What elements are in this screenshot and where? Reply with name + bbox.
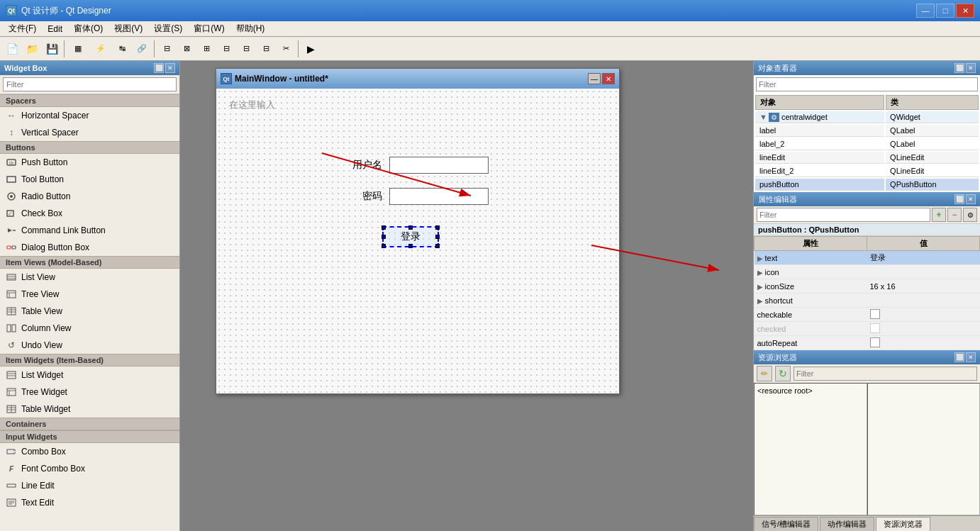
handle-bl[interactable] — [382, 244, 386, 248]
widget-item-list-view[interactable]: List View — [0, 269, 179, 286]
widget-item-check-box[interactable]: ✓ Check Box — [0, 205, 179, 222]
tab-resource-browser[interactable]: 资源浏览器 — [876, 517, 930, 531]
edit-buddy-button[interactable]: 🔗 — [133, 40, 151, 58]
widget-item-line-edit[interactable]: Line Edit — [0, 477, 179, 494]
layout-hsplit-button[interactable]: ⊟ — [237, 40, 255, 58]
group-item-views[interactable]: Item Views (Model-Based) — [0, 256, 179, 269]
sim-minimize-button[interactable]: — — [588, 73, 601, 84]
handle-br[interactable] — [435, 244, 440, 248]
widget-item-vertical-spacer[interactable]: ↕ Vertical Spacer — [0, 124, 179, 141]
widget-item-command-link-button[interactable]: Command Link Button — [0, 222, 179, 239]
layout-v-button[interactable]: ⊠ — [177, 40, 196, 58]
handle-mr[interactable] — [435, 235, 440, 239]
group-spacers[interactable]: Spacers — [0, 94, 179, 107]
checkable-checkbox[interactable] — [870, 309, 880, 319]
close-button[interactable]: ✕ — [956, 4, 974, 18]
sim-close-button[interactable]: ✕ — [602, 73, 615, 84]
obj-row-lineedit[interactable]: lineEdit QLineEdit — [755, 152, 979, 164]
group-buttons[interactable]: Buttons — [0, 141, 179, 154]
obj-row-label2[interactable]: label_2 QLabel — [755, 138, 979, 150]
prop-editor-close-button[interactable]: ✕ — [966, 194, 976, 204]
edit-widget-button[interactable]: ▦ — [67, 40, 89, 58]
autorepeat-checkbox[interactable] — [870, 337, 880, 347]
widget-item-horizontal-spacer[interactable]: ↔ Horizontal Spacer — [0, 107, 179, 124]
obj-row-pushbutton[interactable]: pushButton QPushButton — [755, 179, 979, 191]
preview-button[interactable]: ▶ — [301, 40, 320, 58]
obj-inspector-float-button[interactable]: ⬜ — [954, 63, 964, 73]
widget-item-font-combo-box[interactable]: F Font Combo Box — [0, 460, 179, 477]
widget-item-tree-view[interactable]: Tree View — [0, 286, 179, 303]
tab-action-editor[interactable]: 动作编辑器 — [820, 517, 874, 531]
tab-signal-slot-editor[interactable]: 信号/槽编辑器 — [754, 517, 818, 531]
widget-box-float-button[interactable]: ⬜ — [154, 63, 164, 73]
widget-item-table-view[interactable]: Table View — [0, 303, 179, 320]
menu-file[interactable]: 文件(F) — [3, 21, 42, 36]
new-button[interactable]: 📄 — [3, 40, 21, 58]
handle-tm[interactable] — [408, 225, 413, 230]
group-containers[interactable]: Containers — [0, 418, 179, 430]
menu-window[interactable]: 窗口(W) — [188, 21, 230, 36]
widget-box-filter-input[interactable] — [3, 77, 177, 91]
layout-h-button[interactable]: ⊟ — [157, 40, 176, 58]
widget-item-undo-view[interactable]: ↺ Undo View — [0, 337, 179, 354]
res-edit-button[interactable]: ✏ — [757, 366, 772, 381]
prop-filter-input[interactable] — [757, 208, 930, 222]
widget-item-list-widget[interactable]: List Widget — [0, 367, 179, 384]
minimize-button[interactable]: — — [916, 4, 935, 18]
widget-item-push-button[interactable]: OK Push Button — [0, 154, 179, 171]
widget-item-table-widget[interactable]: Table Widget — [0, 401, 179, 418]
prop-row-checkable[interactable]: checkable — [755, 308, 980, 322]
handle-ml[interactable] — [382, 235, 386, 239]
prop-add-button[interactable]: + — [932, 208, 946, 222]
res-browser-close-button[interactable]: ✕ — [966, 352, 976, 362]
menu-view[interactable]: 视图(V) — [108, 21, 148, 36]
handle-tl[interactable] — [382, 225, 386, 230]
layout-form-button[interactable]: ⊟ — [217, 40, 235, 58]
maximize-button[interactable]: □ — [936, 4, 954, 18]
widget-item-tree-widget[interactable]: Tree Widget — [0, 384, 179, 401]
prop-row-iconsize[interactable]: ▶ iconSize 16 x 16 — [755, 279, 980, 294]
prop-row-checked[interactable]: checked — [755, 322, 980, 336]
obj-row-lineedit2[interactable]: lineEdit_2 QLineEdit — [755, 165, 979, 177]
group-input-widgets[interactable]: Input Widgets — [0, 430, 179, 443]
obj-inspector-filter-input[interactable] — [756, 77, 978, 91]
menu-edit[interactable]: Edit — [42, 23, 68, 35]
handle-tr[interactable] — [435, 225, 440, 230]
group-item-widgets[interactable]: Item Widgets (Item-Based) — [0, 354, 179, 367]
edit-signal-button[interactable]: ⚡ — [90, 40, 111, 58]
prop-row-icon[interactable]: ▶ icon — [755, 265, 980, 279]
widget-item-combo-box[interactable]: ▼ Combo Box — [0, 443, 179, 460]
menu-help[interactable]: 帮助(H) — [230, 21, 271, 36]
break-layout-button[interactable]: ✂ — [277, 40, 295, 58]
resource-filter-input[interactable] — [794, 367, 977, 381]
widget-box-close-button[interactable]: ✕ — [165, 63, 175, 73]
sim-username-input[interactable] — [389, 157, 489, 174]
menu-settings[interactable]: 设置(S) — [148, 21, 188, 36]
widget-item-radio-button[interactable]: Radio Button — [0, 188, 179, 205]
res-refresh-button[interactable]: ↻ — [775, 366, 791, 381]
obj-row-centralwidget[interactable]: ▼⚙centralwidget QWidget — [755, 111, 979, 123]
widget-item-tool-button[interactable]: Tool Button — [0, 171, 179, 188]
res-browser-float-button[interactable]: ⬜ — [954, 352, 964, 362]
obj-inspector-close-button[interactable]: ✕ — [966, 63, 976, 73]
sim-password-input[interactable] — [389, 188, 489, 205]
resource-tree[interactable]: <resource root> — [754, 383, 867, 515]
save-button[interactable]: 💾 — [43, 40, 61, 58]
edit-tab-button[interactable]: ↹ — [113, 40, 131, 58]
menu-form[interactable]: 窗体(O) — [68, 21, 108, 36]
widget-item-column-view[interactable]: Column View — [0, 320, 179, 337]
checked-checkbox[interactable] — [870, 323, 880, 333]
layout-grid-button[interactable]: ⊞ — [197, 40, 216, 58]
sim-login-button[interactable]: 登录 — [382, 226, 439, 247]
widget-item-text-edit[interactable]: Text Edit — [0, 494, 179, 511]
prop-remove-button[interactable]: − — [947, 208, 962, 222]
sim-content[interactable]: 在这里输入 用户名 密码 登录 — [216, 89, 619, 393]
handle-bm[interactable] — [408, 244, 413, 248]
layout-vsplit-button[interactable]: ⊟ — [257, 40, 275, 58]
prop-row-text[interactable]: ▶ text 登录 — [755, 251, 980, 265]
prop-editor-float-button[interactable]: ⬜ — [954, 194, 964, 204]
prop-row-autorepeat[interactable]: autoRepeat — [755, 336, 980, 350]
prop-row-shortcut[interactable]: ▶ shortcut — [755, 294, 980, 308]
obj-row-label[interactable]: label QLabel — [755, 125, 979, 137]
widget-item-dialog-button-box[interactable]: Dialog Button Box — [0, 239, 179, 256]
